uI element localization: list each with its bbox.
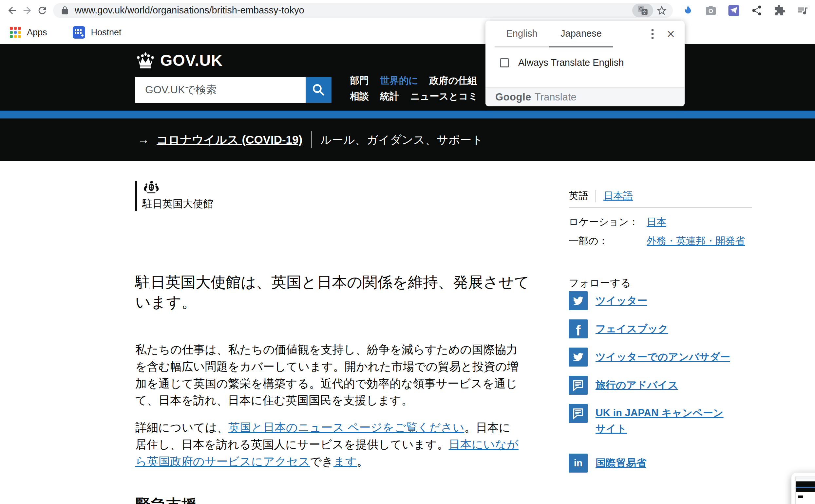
- media-playlist-icon[interactable]: [796, 4, 809, 17]
- nav-consultations[interactable]: 相談: [350, 90, 369, 103]
- translate-page-icon[interactable]: G 文: [632, 4, 653, 17]
- royal-crest-icon: [142, 181, 160, 194]
- camera-extension-icon[interactable]: [704, 4, 717, 17]
- back-icon[interactable]: [5, 3, 20, 18]
- covid-banner: → コロナウイルス (COVID-19) ルール、ガイダンス、サポート: [0, 118, 815, 161]
- always-translate-label[interactable]: Always Translate English: [518, 57, 624, 68]
- google-logo-text: Google: [495, 91, 531, 103]
- bookmark-star-icon[interactable]: [653, 3, 670, 18]
- bookmarks-bar: Apps + Hostnet: [0, 21, 815, 44]
- search-input[interactable]: [135, 77, 306, 103]
- part-of-row: 一部の： 外務・英連邦・開発省: [569, 234, 745, 248]
- nav-news[interactable]: ニュースとコミ: [410, 90, 478, 103]
- covid-divider: [311, 131, 312, 148]
- part-of-link[interactable]: 外務・英連邦・開発省: [647, 234, 745, 248]
- share-node-extension-icon[interactable]: [750, 4, 763, 17]
- bookmark-apps-label: Apps: [27, 27, 47, 38]
- govuk-logo-text: GOV.UK: [160, 51, 223, 69]
- close-icon[interactable]: ×: [667, 27, 675, 41]
- follow-link-travel-advice[interactable]: 旅行のアドバイス: [569, 376, 765, 395]
- site-search: [135, 77, 332, 103]
- detail-paragraph: 詳細については、英国と日本のニュース ページをご覧ください。日本に居住し、日本を…: [135, 419, 522, 470]
- paragraph-text: でき: [310, 455, 334, 468]
- browser-toolbar: www.gov.uk/world/organisations/british-e…: [0, 0, 815, 21]
- forward-icon[interactable]: [20, 3, 35, 18]
- lock-icon: [60, 6, 69, 15]
- covid-link[interactable]: コロナウイルス (COVID-19): [156, 132, 302, 148]
- linkedin-icon: in: [569, 454, 588, 473]
- facebook-icon: f: [569, 319, 588, 338]
- flame-extension-icon[interactable]: [681, 4, 695, 17]
- twitter-icon: [569, 291, 588, 310]
- part-of-label: 一部の：: [569, 234, 647, 248]
- location-row: ロケーション： 日本: [569, 215, 666, 229]
- google-translate-popup: English Japanese × Always Translate Engl…: [485, 21, 685, 106]
- news-page-link[interactable]: 英国と日本のニュース ページをご覧ください: [228, 421, 464, 434]
- language-switcher: 英語 日本語: [569, 189, 633, 203]
- follow-link-ambassador-twitter[interactable]: ツイッターでのアンバサダー: [569, 348, 765, 367]
- puzzle-extensions-icon[interactable]: [773, 4, 786, 17]
- follow-link-dit-linkedin[interactable]: in 国際貿易省: [569, 454, 765, 473]
- nav-worldwide[interactable]: 世界的に: [380, 74, 418, 87]
- always-translate-row: Always Translate English: [500, 57, 685, 68]
- follow-link-twitter[interactable]: ツイッター: [569, 291, 765, 310]
- language-divider: [595, 190, 596, 202]
- bookmark-hostnet-label: Hostnet: [91, 27, 121, 38]
- nav-departments[interactable]: 部門: [350, 74, 369, 87]
- organisation-name: 駐日英国大使館: [142, 197, 213, 211]
- speech-bubble-icon: [569, 376, 588, 395]
- govuk-logo[interactable]: GOV.UK: [135, 51, 223, 69]
- nav-how-government-works[interactable]: 政府の仕組: [429, 74, 477, 87]
- language-japanese-link[interactable]: 日本語: [603, 189, 633, 203]
- intro-paragraph: 私たちの仕事は、私たちの価値観を支持し、紛争を減らすための国際協力を含む幅広い問…: [135, 341, 522, 409]
- address-bar[interactable]: www.gov.uk/world/organisations/british-e…: [53, 3, 673, 18]
- sidebar-divider: [569, 207, 752, 208]
- govuk-header: GOV.UK 部門 世界的に 政府の仕組 相談 統計 ニュースとコミ: [0, 44, 815, 111]
- covid-text: ルール、ガイダンス、サポート: [320, 132, 483, 148]
- twitter-icon: [569, 348, 588, 367]
- tab-english[interactable]: English: [495, 21, 549, 47]
- hostnet-icon: +: [73, 26, 85, 39]
- follow-heading: フォローする: [569, 276, 631, 290]
- apps-grid-icon: [10, 27, 21, 38]
- paragraph-text: 。: [357, 455, 368, 468]
- search-icon: [312, 83, 326, 97]
- page-title: 駐日英国大使館は、英国と日本の関係を維持、発展させています。: [135, 272, 541, 312]
- follow-link-facebook[interactable]: f フェイスブック: [569, 319, 765, 338]
- crown-icon: [135, 52, 155, 69]
- language-english: 英語: [569, 189, 588, 203]
- follow-link-uk-in-japan[interactable]: UK in JAPAN キャンペーンサイト: [569, 404, 765, 437]
- location-link[interactable]: 日本: [647, 215, 666, 229]
- svg-text:文: 文: [643, 9, 647, 14]
- bookmark-hostnet[interactable]: + Hostnet: [73, 26, 121, 39]
- nav-statistics[interactable]: 統計: [380, 90, 399, 103]
- telegram-extension-icon[interactable]: [727, 4, 740, 17]
- screen-share-thumbnail[interactable]: [791, 473, 815, 504]
- bookmark-apps[interactable]: Apps: [10, 27, 47, 38]
- tab-japanese[interactable]: Japanese: [549, 21, 613, 47]
- extensions-area: [681, 4, 809, 17]
- emergency-support-heading: 緊急支援: [135, 495, 197, 504]
- search-button[interactable]: [306, 77, 332, 103]
- speech-bubble-icon: [569, 404, 588, 423]
- url-text: www.gov.uk/world/organisations/british-e…: [75, 5, 632, 16]
- translate-brand-text: Translate: [534, 91, 576, 103]
- right-arrow-icon: →: [137, 133, 149, 147]
- thumbnail-page-preview: [795, 477, 815, 504]
- reload-icon[interactable]: [35, 3, 50, 18]
- always-translate-checkbox[interactable]: [500, 58, 509, 67]
- masu-link[interactable]: ます: [334, 455, 357, 468]
- organisation-logo[interactable]: 駐日英国大使館: [135, 181, 213, 211]
- paragraph-text: 詳細については、: [135, 421, 228, 434]
- location-label: ロケーション：: [569, 215, 647, 229]
- govuk-blue-bar: [0, 111, 815, 118]
- follow-links-list: ツイッター f フェイスブック ツイッターでのアンバサダー 旅行のアドバイス U…: [569, 291, 765, 482]
- browser-window: www.gov.uk/world/organisations/british-e…: [0, 0, 815, 504]
- translate-footer: Google Translate: [485, 87, 685, 106]
- translate-options-icon[interactable]: [651, 28, 654, 40]
- translate-tabs: English Japanese ×: [485, 21, 685, 47]
